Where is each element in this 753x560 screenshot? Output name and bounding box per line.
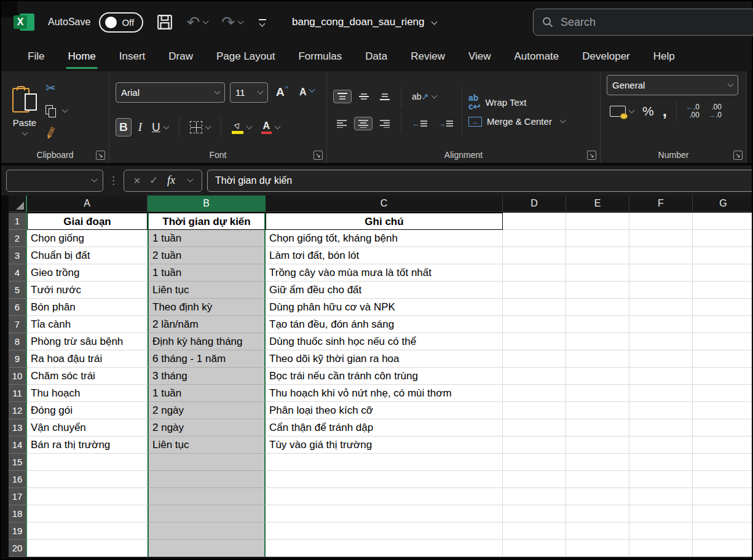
center-button[interactable]: [354, 117, 373, 130]
cell-C16[interactable]: [266, 471, 503, 488]
cell-F3[interactable]: [629, 247, 693, 264]
cell-D2[interactable]: [503, 230, 566, 247]
cell-D4[interactable]: [503, 264, 566, 282]
cell-F13[interactable]: [629, 419, 693, 436]
copy-chevron-icon[interactable]: [62, 107, 68, 113]
cell-F8[interactable]: [629, 333, 693, 350]
cell-C7[interactable]: Tạo tán đều, đón ánh sáng: [266, 316, 503, 333]
cell-C2[interactable]: Chọn giống tốt, kháng bệnh: [266, 230, 503, 247]
cell-A20[interactable]: [27, 540, 148, 557]
cell-A5[interactable]: Tưới nước: [27, 282, 148, 299]
cell-G11[interactable]: [693, 385, 752, 402]
row-header-11[interactable]: 11: [9, 385, 27, 402]
undo-chevron-icon[interactable]: [203, 18, 209, 24]
cell-G1[interactable]: [693, 213, 752, 230]
cell-F9[interactable]: [629, 350, 693, 368]
cell-B7[interactable]: 2 lần/năm: [148, 316, 266, 333]
cell-A10[interactable]: Chăm sóc trái: [27, 368, 148, 385]
row-header-17[interactable]: 17: [9, 488, 27, 505]
accounting-format-button[interactable]: [607, 104, 637, 119]
cell-F16[interactable]: [629, 471, 693, 488]
cell-B11[interactable]: 1 tuần: [148, 385, 266, 402]
merge-center-button[interactable]: ↔ Merge & Center: [468, 116, 565, 127]
cell-G6[interactable]: [693, 299, 752, 316]
row-header-19[interactable]: 19: [9, 523, 27, 540]
font-color-chevron-icon[interactable]: [274, 123, 280, 129]
cell-A3[interactable]: Chuẩn bị đất: [27, 247, 148, 264]
cell-E19[interactable]: [566, 523, 629, 540]
cell-C15[interactable]: [266, 454, 503, 471]
undo-button[interactable]: ↶: [186, 14, 208, 30]
cell-G10[interactable]: [693, 368, 752, 385]
select-all-button[interactable]: [9, 195, 27, 212]
cell-F2[interactable]: [629, 230, 693, 247]
cut-icon[interactable]: ✂: [45, 81, 56, 95]
row-header-14[interactable]: 14: [9, 436, 27, 454]
cell-C6[interactable]: Dùng phân hữu cơ và NPK: [266, 299, 503, 316]
cell-B4[interactable]: 1 tuần: [148, 264, 266, 282]
copy-icon[interactable]: [45, 105, 57, 117]
cell-E2[interactable]: [566, 230, 629, 247]
cell-A7[interactable]: Tỉa cành: [27, 316, 148, 333]
cell-G8[interactable]: [693, 333, 752, 350]
document-title[interactable]: bang_cong_doan_sau_rieng: [292, 16, 436, 28]
cell-A12[interactable]: Đóng gói: [27, 402, 148, 419]
cell-G4[interactable]: [693, 264, 752, 282]
top-align-button[interactable]: [333, 90, 352, 103]
formula-bar-grip[interactable]: ⋮: [108, 174, 119, 187]
row-header-9[interactable]: 9: [9, 350, 27, 368]
cell-B2[interactable]: 1 tuần: [148, 230, 266, 247]
cell-D5[interactable]: [503, 282, 566, 299]
number-dialog-launcher[interactable]: ↘: [733, 151, 743, 160]
comma-style-button[interactable]: ,: [660, 105, 670, 118]
row-header-3[interactable]: 3: [9, 247, 27, 264]
menu-tab-data[interactable]: Data: [353, 44, 399, 70]
row-header-12[interactable]: 12: [9, 402, 27, 419]
cell-F6[interactable]: [629, 299, 693, 316]
menu-tab-draw[interactable]: Draw: [157, 44, 205, 70]
cell-B16[interactable]: [148, 471, 266, 488]
increase-decimal-button[interactable]: ←.0.00: [683, 101, 703, 120]
cell-F11[interactable]: [629, 385, 693, 402]
cell-D18[interactable]: [503, 505, 566, 523]
cell-B12[interactable]: 2 ngày: [148, 402, 266, 419]
formula-input[interactable]: Thời gian dự kiến: [207, 170, 752, 192]
menu-tab-insert[interactable]: Insert: [108, 44, 157, 70]
row-header-18[interactable]: 18: [9, 505, 27, 523]
cell-E4[interactable]: [566, 264, 629, 282]
fill-color-chevron-icon[interactable]: [246, 123, 252, 129]
cell-G14[interactable]: [693, 436, 752, 454]
cell-C14[interactable]: Tùy vào giá thị trường: [266, 436, 503, 454]
menu-tab-help[interactable]: Help: [642, 44, 687, 70]
bottom-align-button[interactable]: [376, 90, 393, 103]
cell-C1[interactable]: Ghi chú: [266, 213, 503, 230]
fill-color-button[interactable]: 🜄: [229, 119, 254, 136]
cell-E15[interactable]: [566, 454, 629, 471]
row-header-5[interactable]: 5: [9, 282, 27, 299]
enter-icon[interactable]: ✓: [149, 174, 158, 187]
column-header-B[interactable]: B: [148, 195, 266, 212]
cell-A18[interactable]: [27, 505, 148, 523]
font-color-button[interactable]: A: [258, 119, 283, 136]
increase-font-size-button[interactable]: A^: [273, 84, 291, 101]
cell-B18[interactable]: [148, 505, 266, 523]
cell-E6[interactable]: [566, 299, 629, 316]
cell-F5[interactable]: [629, 282, 693, 299]
font-size-select[interactable]: 11: [230, 82, 268, 103]
row-header-8[interactable]: 8: [9, 333, 27, 350]
cell-C11[interactable]: Thu hoạch khi vỏ nứt nhẹ, có mùi thơm: [266, 385, 503, 402]
menu-tab-page-layout[interactable]: Page Layout: [205, 44, 286, 70]
cell-G15[interactable]: [693, 454, 752, 471]
cell-C9[interactable]: Theo dõi kỹ thời gian ra hoa: [266, 350, 503, 368]
column-header-A[interactable]: A: [27, 195, 148, 212]
cell-C12[interactable]: Phân loại theo kích cỡ: [266, 402, 503, 419]
cell-E16[interactable]: [566, 471, 629, 488]
menu-tab-automate[interactable]: Automate: [503, 44, 571, 70]
cell-B3[interactable]: 2 tuần: [148, 247, 266, 264]
row-header-6[interactable]: 6: [9, 299, 27, 316]
cell-B17[interactable]: [148, 488, 266, 505]
cell-D7[interactable]: [503, 316, 566, 333]
decrease-decimal-button[interactable]: .00→.0: [705, 101, 725, 120]
name-box-chevron-icon[interactable]: [92, 176, 98, 183]
autosave-toggle[interactable]: Off: [99, 12, 143, 33]
